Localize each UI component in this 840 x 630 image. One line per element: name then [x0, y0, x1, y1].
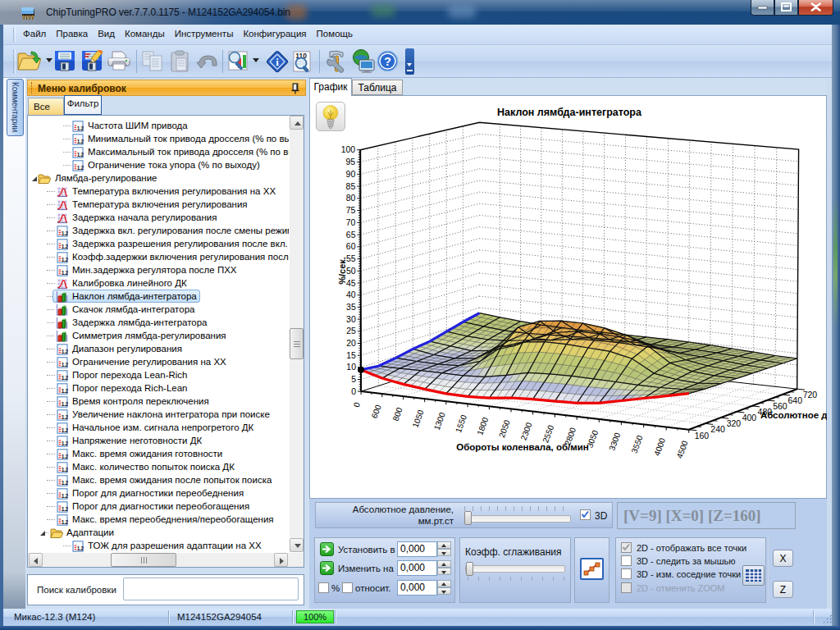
- svg-text:1.2: 1.2: [62, 349, 68, 354]
- svg-text:1.2: 1.2: [62, 441, 68, 446]
- svg-text:1.2: 1.2: [62, 244, 68, 249]
- svg-text:3300: 3300: [607, 431, 622, 452]
- svg-text:1800: 1800: [475, 416, 490, 436]
- svg-text:1300: 1300: [432, 411, 447, 431]
- svg-text:1.2: 1.2: [62, 270, 68, 276]
- svg-text:1.2: 1.2: [77, 165, 84, 171]
- svg-text:45: 45: [346, 278, 356, 288]
- svg-text:1.2: 1.2: [62, 401, 68, 407]
- svg-text:10: 10: [346, 362, 356, 372]
- svg-text:%/сек.: %/сек.: [337, 257, 347, 285]
- svg-text:65: 65: [346, 230, 356, 240]
- svg-text:1550: 1550: [454, 413, 468, 434]
- svg-text:95: 95: [346, 157, 356, 167]
- svg-text:0: 0: [352, 401, 362, 409]
- svg-text:4000: 4000: [652, 436, 667, 457]
- svg-text:1.2: 1.2: [62, 427, 68, 433]
- svg-text:20: 20: [346, 338, 356, 348]
- svg-text:600: 600: [370, 404, 383, 420]
- svg-text:1.2: 1.2: [77, 139, 84, 144]
- svg-text:2300: 2300: [519, 421, 534, 441]
- svg-text:640: 640: [788, 395, 803, 405]
- svg-text:1.2: 1.2: [62, 467, 68, 472]
- svg-text:1.2: 1.2: [62, 506, 68, 512]
- svg-text:1.2: 1.2: [62, 375, 68, 381]
- svg-text:i: i: [276, 56, 279, 68]
- svg-text:90: 90: [346, 169, 356, 179]
- svg-text:1.2: 1.2: [77, 546, 84, 551]
- svg-text:2550: 2550: [541, 423, 555, 444]
- svg-text:1.2: 1.2: [62, 454, 68, 459]
- svg-text:Наклон лямбда-интегратора: Наклон лямбда-интегратора: [497, 107, 642, 118]
- svg-text:Абсолютное давление: Абсолютное давление: [760, 410, 827, 420]
- svg-text:55: 55: [346, 253, 356, 263]
- svg-text:1.2: 1.2: [77, 126, 84, 131]
- svg-text:85: 85: [346, 181, 356, 191]
- svg-text:320: 320: [727, 418, 742, 428]
- svg-text:0: 0: [351, 386, 356, 396]
- svg-text:?: ?: [384, 55, 391, 68]
- svg-text:3550: 3550: [630, 434, 645, 454]
- svg-text:1.2: 1.2: [62, 362, 68, 368]
- svg-text:240: 240: [710, 424, 725, 434]
- svg-text:35: 35: [346, 302, 356, 312]
- svg-text:1050: 1050: [411, 409, 426, 429]
- svg-text:1.2: 1.2: [62, 493, 68, 499]
- svg-text:720: 720: [803, 390, 818, 399]
- svg-text:60: 60: [346, 241, 356, 251]
- svg-text:400: 400: [742, 413, 757, 422]
- svg-text:800: 800: [391, 406, 404, 422]
- svg-text:1.2: 1.2: [62, 414, 68, 420]
- svg-text:15: 15: [346, 350, 356, 360]
- svg-text:80: 80: [346, 193, 356, 203]
- svg-text:50: 50: [346, 266, 356, 276]
- svg-text:160: 160: [695, 431, 710, 441]
- svg-text:100: 100: [341, 144, 356, 154]
- svg-text:1.2: 1.2: [62, 519, 68, 525]
- svg-text:25: 25: [346, 326, 356, 336]
- svg-text:2050: 2050: [497, 418, 512, 439]
- svg-text:30: 30: [346, 314, 356, 324]
- svg-text:1.2: 1.2: [62, 480, 68, 486]
- svg-text:70: 70: [346, 217, 356, 227]
- svg-text:1.2: 1.2: [62, 231, 68, 236]
- svg-text:75: 75: [346, 205, 356, 215]
- svg-text:1.2: 1.2: [62, 388, 68, 394]
- svg-text:5: 5: [351, 374, 356, 384]
- svg-text:1.2: 1.2: [62, 257, 68, 262]
- svg-text:1.2: 1.2: [77, 152, 84, 158]
- svg-text:4500: 4500: [675, 439, 690, 459]
- svg-text:Обороты коленвала, об/мин: Обороты коленвала, об/мин: [456, 442, 589, 452]
- svg-text:40: 40: [346, 290, 356, 299]
